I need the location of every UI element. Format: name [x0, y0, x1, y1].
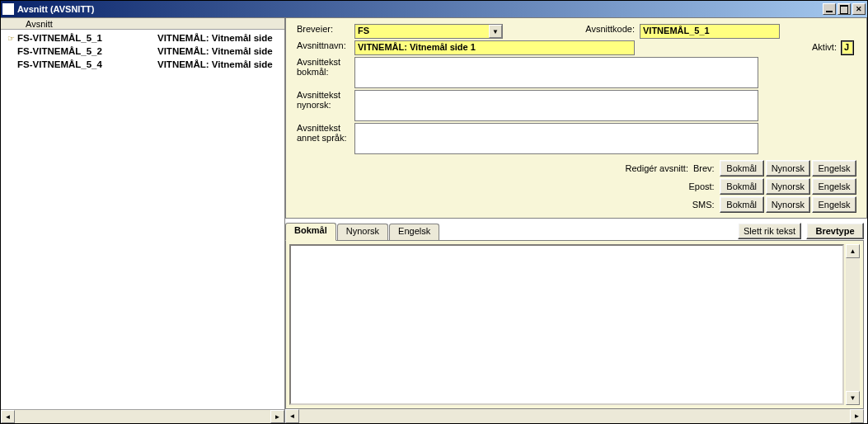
- sms-nynorsk-button[interactable]: Nynorsk: [766, 196, 810, 213]
- label-breveier: Breveier:: [294, 23, 352, 40]
- epost-nynorsk-button[interactable]: Nynorsk: [766, 178, 810, 195]
- label-text-nynorsk: Avsnittekst nynorsk:: [294, 89, 352, 122]
- left-panel: Avsnitt ☞ FS-VITNEMÅL_5_1 VITNEMÅL: Vitn…: [1, 18, 285, 423]
- tree: ☞ FS-VITNEMÅL_5_1 VITNEMÅL: Vitnemål sid…: [1, 30, 284, 409]
- label-brev: Brev:: [693, 163, 715, 173]
- slett-rik-tekst-button[interactable]: Slett rik tekst: [738, 223, 801, 239]
- avsnittnavn-field[interactable]: VITNEMÅL: Vitnemål side 1: [354, 40, 635, 55]
- scroll-left-icon[interactable]: ◄: [1, 410, 15, 423]
- right-panel: Breveier: FS ▼ Avsnittkode: VITNEMÅL_5_1: [285, 18, 867, 423]
- scroll-down-icon[interactable]: ▼: [846, 391, 860, 405]
- left-h-scrollbar[interactable]: ◄ ►: [1, 409, 284, 423]
- scroll-track[interactable]: [299, 409, 850, 423]
- tab-nynorsk[interactable]: Nynorsk: [337, 224, 388, 240]
- scroll-track[interactable]: [846, 258, 860, 391]
- epost-bokmal-button[interactable]: Bokmål: [720, 178, 764, 195]
- row-pointer-icon: ☞: [4, 34, 17, 43]
- label-avsnittkode: Avsnittkode:: [541, 23, 637, 40]
- window-title: Avsnitt (AVSNITT): [17, 4, 821, 14]
- tab-engelsk[interactable]: Engelsk: [389, 224, 439, 240]
- close-button[interactable]: [852, 3, 866, 15]
- text-annet-field[interactable]: [354, 123, 758, 154]
- app-icon: [2, 3, 14, 15]
- breveier-value[interactable]: FS: [354, 24, 503, 39]
- row-desc: VITNEMÅL: Vitnemål side: [157, 33, 273, 43]
- row-code: FS-VITNEMÅL_5_1: [17, 33, 157, 43]
- sms-bokmal-button[interactable]: Bokmål: [720, 196, 764, 213]
- left-header-label: Avsnitt: [26, 19, 53, 29]
- label-aktivt: Aktivt:: [812, 42, 837, 52]
- window: Avsnitt (AVSNITT) Avsnitt ☞ FS-VITNEMÅL_…: [0, 0, 868, 424]
- maximize-button[interactable]: [838, 3, 851, 15]
- breveier-dropdown[interactable]: FS ▼: [354, 24, 503, 39]
- tab-bokmal[interactable]: Bokmål: [285, 223, 336, 241]
- label-text-annet: Avsnittekst annet språk:: [294, 122, 352, 155]
- tree-row[interactable]: FS-VITNEMÅL_5_4 VITNEMÅL: Vitnemål side: [4, 58, 284, 71]
- avsnittkode-field[interactable]: VITNEMÅL_5_1: [640, 24, 780, 39]
- row-code: FS-VITNEMÅL_5_4: [17, 59, 157, 69]
- brev-bokmal-button[interactable]: Bokmål: [720, 160, 764, 177]
- minimize-button[interactable]: [823, 3, 836, 15]
- label-sms: SMS:: [692, 200, 715, 210]
- scroll-right-icon[interactable]: ►: [270, 410, 284, 423]
- form-panel: Breveier: FS ▼ Avsnittkode: VITNEMÅL_5_1: [285, 18, 867, 219]
- scroll-track[interactable]: [15, 410, 270, 423]
- aktivt-field[interactable]: J: [841, 40, 854, 55]
- text-nynorsk-field[interactable]: [354, 90, 758, 121]
- tab-bar: Bokmål Nynorsk Engelsk Slett rik tekst B…: [285, 222, 864, 240]
- editor-shell: ▲ ▼: [285, 240, 864, 409]
- label-epost: Epost:: [688, 181, 714, 191]
- brevtype-button[interactable]: Brevtype: [806, 223, 864, 239]
- titlebar: Avsnitt (AVSNITT): [1, 1, 867, 17]
- label-avsnittnavn: Avsnittnavn:: [294, 40, 352, 56]
- brev-nynorsk-button[interactable]: Nynorsk: [766, 160, 810, 177]
- epost-engelsk-button[interactable]: Engelsk: [812, 178, 856, 195]
- row-desc: VITNEMÅL: Vitnemål side: [157, 46, 273, 56]
- row-code: FS-VITNEMÅL_5_2: [17, 46, 157, 56]
- editor-h-scrollbar[interactable]: ◄ ►: [285, 409, 864, 423]
- scroll-right-icon[interactable]: ►: [850, 409, 864, 423]
- sms-engelsk-button[interactable]: Engelsk: [812, 196, 856, 213]
- editor-v-scrollbar[interactable]: ▲ ▼: [846, 244, 860, 405]
- editor-section: Bokmål Nynorsk Engelsk Slett rik tekst B…: [285, 222, 864, 423]
- brev-engelsk-button[interactable]: Engelsk: [812, 160, 856, 177]
- scroll-up-icon[interactable]: ▲: [846, 244, 860, 258]
- text-bokmal-field[interactable]: [354, 57, 758, 88]
- tree-row[interactable]: ☞ FS-VITNEMÅL_5_1 VITNEMÅL: Vitnemål sid…: [4, 31, 284, 45]
- label-rediger: Redigér avsnitt:: [626, 163, 688, 173]
- edit-rows: Redigér avsnitt: Brev: Bokmål Nynorsk En…: [294, 160, 856, 213]
- label-text-bokmal: Avsnittekst bokmål:: [294, 56, 352, 89]
- window-body: Avsnitt ☞ FS-VITNEMÅL_5_1 VITNEMÅL: Vitn…: [1, 17, 867, 423]
- tree-row[interactable]: FS-VITNEMÅL_5_2 VITNEMÅL: Vitnemål side: [4, 45, 284, 58]
- left-column-header: Avsnitt: [1, 18, 284, 30]
- row-desc: VITNEMÅL: Vitnemål side: [157, 59, 273, 69]
- scroll-left-icon[interactable]: ◄: [285, 409, 299, 423]
- rich-text-editor[interactable]: [289, 244, 844, 405]
- chevron-down-icon[interactable]: ▼: [489, 25, 502, 38]
